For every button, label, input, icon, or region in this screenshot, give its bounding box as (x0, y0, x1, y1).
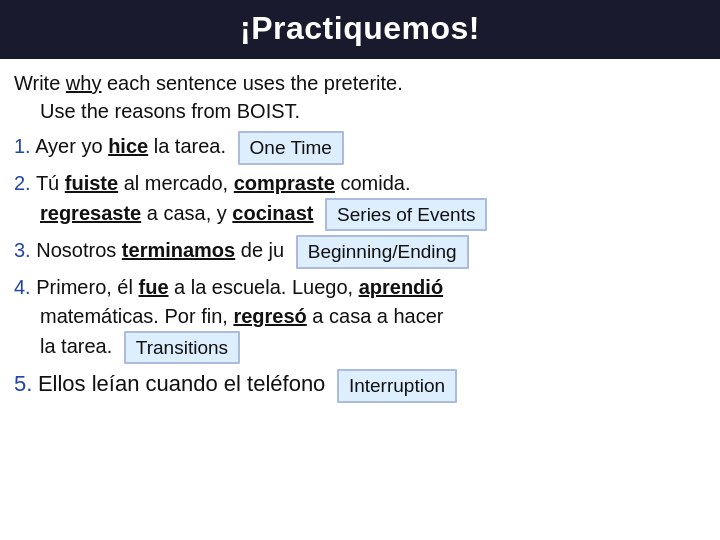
sentence-5: 5. Ellos leían cuando el teléfono Interr… (14, 368, 706, 402)
sentence-2: 2. Tú fuiste al mercado, compraste comid… (14, 169, 706, 232)
tag-beginning-ending: Beginning/Ending (296, 235, 469, 269)
page-title: ¡Practiquemos! (0, 0, 720, 59)
sentence-3: 3. Nosotros terminamos de ju Beginning/E… (14, 235, 706, 269)
main-content: Write why each sentence uses the preteri… (0, 59, 720, 415)
tag-one-time: One Time (238, 131, 344, 165)
sentence-4: 4. Primero, él fue a la escuela. Luego, … (14, 273, 706, 365)
instructions-text: Write why each sentence uses the preteri… (14, 69, 706, 125)
sentence-1: 1. Ayer yo hice la tarea. One Time (14, 131, 706, 165)
tag-transitions: Transitions (124, 331, 240, 365)
tag-interruption: Interruption (337, 369, 457, 403)
tag-series-of-events: Series of Events (325, 198, 487, 232)
